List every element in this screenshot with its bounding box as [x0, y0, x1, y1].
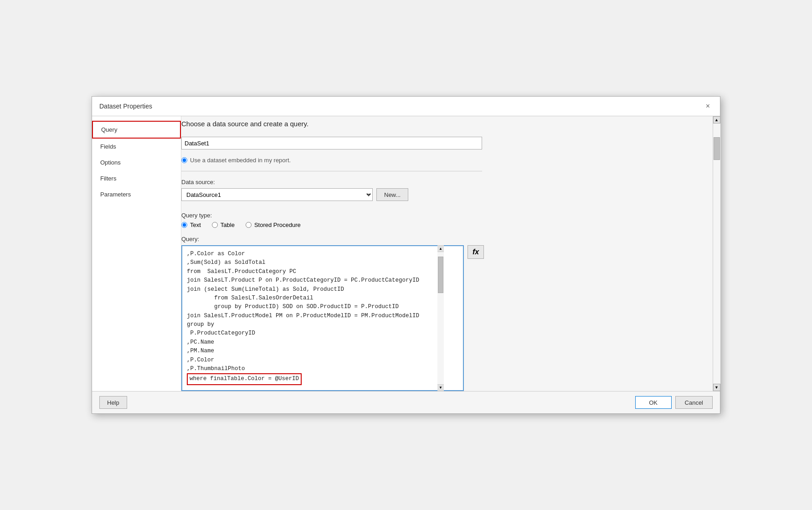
query-type-radio-group: Text Table Stored Procedure	[181, 222, 704, 228]
query-line-10: P.ProductCategoryID	[187, 330, 255, 336]
query-type-label: Query type:	[181, 212, 704, 219]
query-line-1: ,P.Color as Color	[187, 251, 245, 257]
query-scroll-track	[437, 252, 444, 384]
dataset-name-input[interactable]	[181, 137, 482, 149]
radio-stored-procedure-label-text: Stored Procedure	[254, 222, 301, 228]
dataset-name-section	[181, 137, 704, 149]
query-line-13: ,P.Color	[187, 357, 214, 363]
embedded-radio-option: Use a dataset embedded in my report.	[181, 157, 704, 164]
radio-table-label[interactable]: Table	[212, 222, 235, 228]
ok-button[interactable]: OK	[635, 396, 672, 409]
radio-stored-procedure-label[interactable]: Stored Procedure	[246, 222, 301, 228]
new-datasource-button[interactable]: New...	[376, 188, 408, 201]
radio-table[interactable]	[212, 222, 218, 228]
radio-text-label[interactable]: Text	[181, 222, 201, 228]
embedded-label: Use a dataset embedded in my report.	[190, 157, 291, 164]
outer-scroll-track	[713, 124, 720, 384]
close-button[interactable]: ×	[703, 101, 713, 111]
fx-button[interactable]: fx	[468, 245, 484, 259]
cancel-button[interactable]: Cancel	[675, 396, 713, 409]
query-line-6: from SalesLT.SalesOrderDetail	[187, 295, 313, 301]
embedded-radio[interactable]	[181, 157, 187, 163]
footer: Help OK Cancel	[92, 391, 720, 413]
query-section: Query: ,P.Color as Color ,Sum(Sold) as S…	[181, 236, 704, 391]
query-line-11: ,PC.Name	[187, 339, 214, 345]
sidebar-item-filters[interactable]: Filters	[92, 170, 181, 186]
query-box-container: ,P.Color as Color ,Sum(Sold) as SoldTota…	[181, 245, 464, 391]
query-scroll-up[interactable]: ▲	[437, 246, 444, 252]
radio-text-label-text: Text	[190, 222, 201, 228]
query-text-display: ,P.Color as Color ,Sum(Sold) as SoldTota…	[182, 246, 463, 389]
datasource-select-wrapper: DataSource1 ▼	[181, 188, 373, 201]
sidebar-item-options[interactable]: Options	[92, 155, 181, 170]
footer-buttons: OK Cancel	[635, 396, 713, 409]
query-line-8: join SalesLT.ProductModel PM on P.Produc…	[187, 313, 419, 319]
query-line-4: join SalesLT.Product P on P.ProductCateg…	[187, 277, 419, 283]
sidebar-item-parameters[interactable]: Parameters	[92, 186, 181, 202]
query-scroll-down[interactable]: ▼	[437, 384, 444, 391]
query-scrollbar: ▲ ▼	[437, 245, 444, 391]
sidebar-item-fields[interactable]: Fields	[92, 139, 181, 155]
dataset-properties-dialog: Dataset Properties × Query Fields Option…	[92, 96, 720, 414]
datasource-row: DataSource1 ▼ New...	[181, 188, 704, 201]
radio-stored-procedure[interactable]	[246, 222, 252, 228]
outer-scroll-down[interactable]: ▼	[713, 384, 720, 391]
sidebar-item-query[interactable]: Query	[92, 121, 181, 139]
title-bar: Dataset Properties ×	[92, 97, 720, 116]
radio-table-label-text: Table	[221, 222, 235, 228]
content-scroll-wrapper: Choose a data source and create a query.…	[181, 116, 720, 391]
query-textarea-inner: ,P.Color as Color ,Sum(Sold) as SoldTota…	[181, 245, 464, 391]
help-button[interactable]: Help	[99, 396, 127, 409]
query-label: Query:	[181, 236, 704, 242]
query-line-7: group by ProductID) SOD on SOD.ProductID…	[187, 304, 399, 310]
query-scroll-thumb[interactable]	[438, 257, 443, 293]
outer-scroll-thumb[interactable]	[714, 137, 720, 160]
main-content: Choose a data source and create a query.…	[181, 116, 713, 391]
query-last-line: where finalTable.Color = @UserID	[187, 373, 302, 385]
query-line-12: ,PM.Name	[187, 348, 214, 354]
dialog-body: Query Fields Options Filters Parameters …	[92, 116, 720, 391]
query-line-2: ,Sum(Sold) as SoldTotal	[187, 259, 266, 266]
datasource-label: Data source:	[181, 179, 704, 185]
query-type-section: Query type: Text Table Stored Procedu	[181, 212, 704, 228]
query-line-9: group by	[187, 321, 214, 328]
query-area-wrapper: ,P.Color as Color ,Sum(Sold) as SoldTota…	[181, 245, 704, 391]
radio-text[interactable]	[181, 222, 187, 228]
query-line-5: join (select Sum(LineTotal) as Sold, Pro…	[187, 286, 344, 293]
query-line-14: ,P.ThumbnailPhoto	[187, 366, 245, 372]
outer-scroll-up[interactable]: ▲	[713, 116, 720, 124]
datasource-select[interactable]: DataSource1	[181, 188, 373, 201]
sidebar: Query Fields Options Filters Parameters	[92, 116, 181, 391]
outer-scrollbar: ▲ ▼	[713, 116, 720, 391]
dialog-title: Dataset Properties	[99, 103, 152, 110]
section-title: Choose a data source and create a query.	[181, 120, 704, 128]
query-line-3: from SalesLT.ProductCategory PC	[187, 268, 296, 275]
separator	[181, 171, 482, 171]
